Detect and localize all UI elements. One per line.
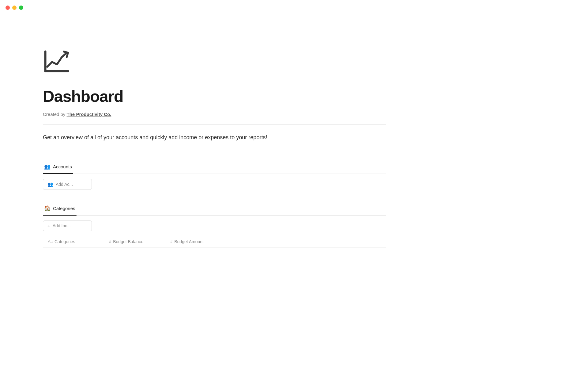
add-income-button[interactable]: + Add Inc... (43, 220, 92, 231)
add-income-icon: + (47, 223, 50, 228)
close-button[interactable] (6, 6, 10, 10)
add-account-icon: 👥 (47, 182, 53, 187)
page-icon (43, 49, 386, 75)
col-budget-amount-label: Budget Amount (174, 239, 204, 244)
col-type-number-icon-1: # (109, 239, 111, 244)
created-by-author[interactable]: The Productivity Co. (67, 112, 111, 117)
created-by-prefix: Created by (43, 112, 67, 117)
maximize-button[interactable] (19, 6, 23, 10)
col-categories-label: Categories (55, 239, 75, 244)
categories-table-header: Aa Categories # Budget Balance # Budget … (43, 236, 386, 247)
divider (43, 124, 386, 125)
col-budget-amount: # Budget Amount (170, 239, 232, 244)
col-type-number-icon-2: # (170, 239, 172, 244)
chart-trend-icon (43, 49, 70, 74)
created-by: Created by The Productivity Co. (43, 112, 386, 117)
add-income-label: Add Inc... (53, 223, 71, 228)
minimize-button[interactable] (12, 6, 17, 10)
accounts-tab-bar: 👥 Accounts (43, 160, 386, 174)
accounts-tab-label: Accounts (53, 164, 72, 169)
categories-tab-bar: 🏠 Categories (43, 202, 386, 216)
categories-database: 🏠 Categories + Add Inc... Aa Categories … (43, 202, 386, 247)
page-description: Get an overview of all of your accounts … (43, 133, 386, 142)
categories-tab[interactable]: 🏠 Categories (43, 202, 77, 215)
col-type-text-icon: Aa (48, 239, 53, 244)
window-controls (6, 6, 23, 10)
categories-tab-icon: 🏠 (44, 205, 51, 212)
accounts-tab-icon: 👥 (44, 163, 51, 170)
col-budget-balance: # Budget Balance (109, 239, 170, 244)
accounts-tab[interactable]: 👥 Accounts (43, 160, 73, 174)
categories-tab-label: Categories (53, 206, 75, 211)
col-categories: Aa Categories (48, 239, 109, 244)
page-title: Dashboard (43, 87, 386, 105)
add-account-label: Add Ac... (56, 182, 73, 187)
col-budget-balance-label: Budget Balance (113, 239, 143, 244)
accounts-database: 👥 Accounts 👥 Add Ac... (43, 160, 386, 190)
page-content: Dashboard Created by The Productivity Co… (0, 0, 429, 272)
add-account-button[interactable]: 👥 Add Ac... (43, 179, 92, 190)
